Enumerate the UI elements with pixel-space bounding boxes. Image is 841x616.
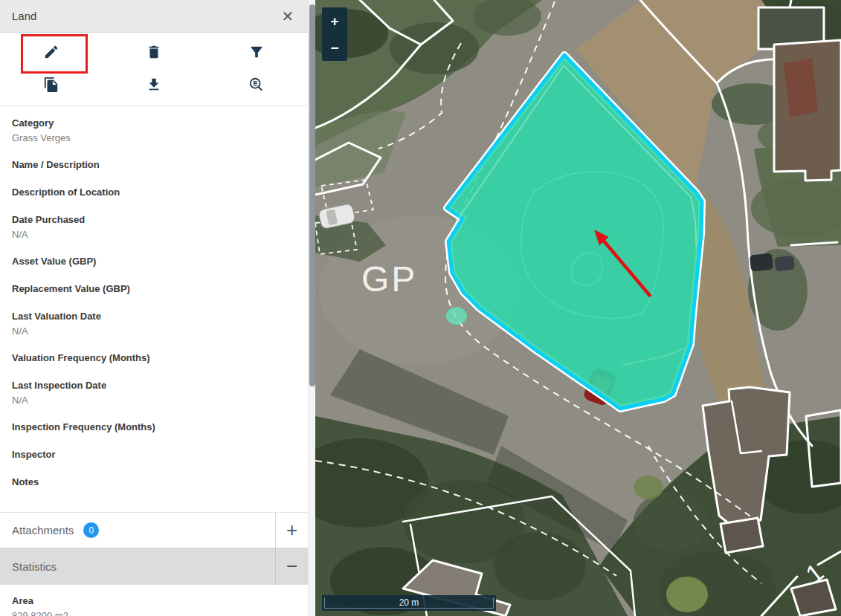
copy-duplicate-icon [43, 77, 59, 93]
download-icon [146, 77, 162, 93]
aerial-map: GP 1 [315, 0, 841, 616]
field-valuation-frequency: Valuation Frequency (Months) [12, 351, 296, 365]
field-last-valuation-date: Last Valuation Date N/A [12, 310, 296, 337]
filter-funnel-icon [248, 44, 265, 60]
panel-scrollbar[interactable] [308, 0, 315, 616]
search-details-button[interactable] [242, 74, 271, 95]
panel-scrollbar-thumb[interactable] [309, 4, 315, 386]
field-last-inspection-date: Last Inspection Date N/A [12, 379, 296, 406]
zoom-out-button[interactable]: − [322, 34, 347, 61]
edit-pencil-icon [43, 44, 59, 60]
minus-icon: − [286, 555, 297, 578]
area-value: 829.8200 m2 [12, 610, 296, 616]
download-button[interactable] [139, 74, 169, 95]
attachments-label: Attachments [12, 524, 74, 536]
plus-icon: + [330, 13, 338, 29]
panel-title: Land [12, 10, 36, 22]
map-zoom-control: + − [322, 7, 347, 61]
map-scale-bar: 20 m [322, 595, 496, 611]
zoom-in-button[interactable]: + [322, 7, 347, 34]
attachments-section: Attachments 0 + [0, 512, 308, 548]
copy-button[interactable] [36, 74, 66, 95]
fields-list: Category Grass Verges Name / Description… [0, 106, 308, 512]
statistics-label: Statistics [12, 560, 57, 573]
area-statistic: Area 829.8200 m2 [0, 585, 308, 616]
attachments-count-badge: 0 [83, 522, 99, 538]
red-roof [784, 58, 818, 117]
trash-icon [146, 44, 162, 60]
gp-road-label: GP [361, 259, 417, 299]
toolbar [0, 33, 308, 106]
minus-icon: − [330, 40, 338, 56]
field-inspection-frequency: Inspection Frequency (Months) [12, 421, 296, 434]
field-category: Category Grass Verges [12, 117, 296, 144]
search-details-icon [248, 77, 265, 93]
field-inspector: Inspector [12, 448, 296, 461]
plus-icon: + [286, 519, 297, 542]
field-description-of-location: Description of Location [12, 186, 296, 199]
field-notes: Notes [12, 476, 296, 489]
panel-header: Land ✕ [0, 0, 308, 33]
filter-button[interactable] [242, 42, 271, 62]
field-date-purchased: Date Purchased N/A [12, 213, 296, 241]
collapse-statistics-button[interactable]: − [275, 548, 308, 585]
delete-button[interactable] [139, 42, 169, 62]
field-name-description: Name / Description [12, 158, 296, 172]
add-attachment-button[interactable]: + [275, 513, 308, 548]
land-details-panel: Land ✕ [0, 0, 308, 616]
map-viewport[interactable]: GP 1 + − 20 m [315, 0, 841, 616]
close-icon: ✕ [282, 7, 294, 25]
field-replacement-value: Replacement Value (GBP) [12, 282, 296, 296]
field-asset-value: Asset Value (GBP) [12, 255, 296, 268]
statistics-section: Statistics − [0, 548, 308, 585]
edit-button[interactable] [36, 42, 66, 62]
scale-label: 20 m [322, 597, 496, 608]
close-panel-button[interactable]: ✕ [278, 7, 297, 26]
